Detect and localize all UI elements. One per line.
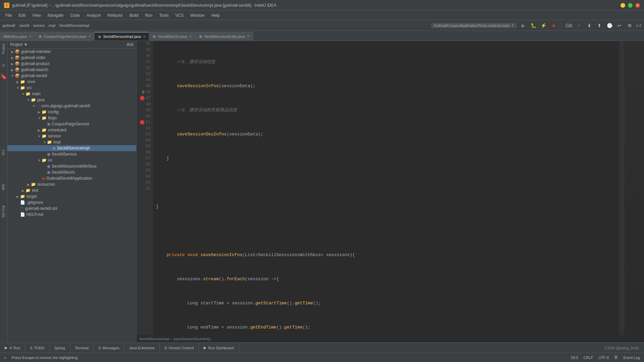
breadcrumb-seckillserviceimpl[interactable]: SeckillServiceImpl (59, 23, 89, 27)
tree-gulimall-member[interactable]: ▶ 📦 gulimall-member (7, 49, 136, 55)
close-tab-couponfeignservice[interactable]: ✕ (88, 35, 91, 38)
git-update-button[interactable]: ⬇ (586, 22, 593, 29)
tree-seckillservice[interactable]: ◉ SeckillService (7, 151, 136, 157)
tab-withskus[interactable]: WithSkus.java ✕ (0, 32, 35, 41)
git-push-button[interactable]: ⬆ (596, 22, 603, 29)
tree-config[interactable]: ▶ 📁 config (7, 109, 136, 115)
event-log[interactable]: Event Log (623, 356, 640, 360)
menu-code[interactable]: Code (67, 12, 83, 18)
separator (561, 23, 561, 28)
debug-button[interactable]: 🐛 (530, 22, 537, 29)
tree-mvn[interactable]: ▶ 📁 .mvn (7, 79, 136, 85)
tab-version-control[interactable]: 9: Version Control (160, 343, 199, 353)
tree-target[interactable]: ▶ 📁 target (7, 193, 136, 199)
tab-run[interactable]: ▶ 4: Run (0, 343, 25, 353)
tree-couponfeignservice[interactable]: ◉ CouponFeignService (7, 121, 136, 127)
folder-icon: 📁 (31, 98, 36, 102)
menu-vcs[interactable]: VCS (173, 12, 186, 18)
menu-edit[interactable]: Edit (16, 12, 28, 18)
git-icon-left[interactable]: Git (2, 149, 5, 155)
tree-resources[interactable]: ▶ 📁 resources (7, 181, 136, 187)
breadcrumb-gulimall[interactable]: gulimall (3, 23, 15, 27)
code-content[interactable]: //1、缓存活动信息 saveSessionInfos(sessionData)… (153, 41, 619, 335)
breadcrumb-impl[interactable]: impl (49, 23, 55, 27)
structure-icon[interactable]: ≡ (2, 63, 5, 69)
settings-button[interactable]: ⚙ (626, 22, 633, 29)
settings-icon[interactable]: ⚙ (126, 42, 130, 47)
breadcrumb-service[interactable]: service (33, 23, 45, 27)
menu-build[interactable]: Build (127, 12, 141, 18)
menu-analyze[interactable]: Analyze (84, 12, 104, 18)
tree-seckillsessionswithskus[interactable]: ◉ SeckillSessionsWithSkus (7, 163, 136, 169)
tab-seckillsessionentity[interactable]: ◉ SeckillSessionEntity.java ✕ (196, 32, 253, 41)
tab-messages[interactable]: 0: Messages (94, 343, 124, 353)
menu-navigate[interactable]: Navigate (45, 12, 66, 18)
tab-spring[interactable]: Spring (50, 343, 70, 353)
close-tab-seckillskuvo[interactable]: ✕ (189, 35, 192, 38)
web-icon[interactable]: Web (2, 184, 5, 190)
run-button[interactable]: ▶ (520, 22, 527, 29)
folder-icon: 📁 (20, 85, 25, 90)
bookmarks-icon[interactable]: 🔖 (0, 73, 7, 80)
run-config-dropdown[interactable]: GulimallCouponApplicationTests.contextLo… (431, 23, 517, 28)
tree-package[interactable]: ▼ ⬚ com.atguigu.gulimall.seckill (7, 103, 136, 109)
project-icon[interactable]: Project (2, 44, 5, 54)
tree-vo[interactable]: ▼ 📁 vo (7, 157, 136, 163)
tab-run-dashboard[interactable]: ▶ Run Dashboard (199, 343, 239, 353)
spring-icon-left[interactable]: Spring (2, 205, 5, 218)
close-tab-withskus[interactable]: ✕ (29, 35, 32, 38)
code-line-43 (156, 180, 616, 186)
undo-button[interactable]: ↩ (616, 22, 623, 29)
menu-window[interactable]: Window (187, 12, 207, 18)
menu-run[interactable]: Run (143, 12, 155, 18)
menu-tools[interactable]: Tools (157, 12, 171, 18)
tab-java-enterprise[interactable]: Java Enterprise (124, 343, 160, 353)
tree-helpmd[interactable]: 📄 HELP.md (7, 212, 136, 218)
stop-button[interactable]: ■ (550, 22, 557, 29)
tree-feign[interactable]: ▼ 📁 feign (7, 115, 136, 121)
tree-gitignore[interactable]: 📄 .gitignore (7, 199, 136, 205)
tree-seckillserviceimpl[interactable]: ◉ SeckillServiceImpl (7, 145, 136, 151)
sidebar-header: Project ▼ ⚙ ⊟ (7, 41, 136, 49)
tree-test[interactable]: ▶ 📁 test (7, 187, 136, 193)
tab-seckillserviceimpl[interactable]: ◉ SeckillServiceImpl.java ✕ (95, 32, 149, 41)
menu-view[interactable]: View (30, 12, 44, 18)
menu-help[interactable]: Help (209, 12, 222, 18)
collapse-icon[interactable]: ⊟ (130, 42, 133, 47)
tree-impl[interactable]: ▼ 📁 impl (7, 139, 136, 145)
tree-seckillskuvo[interactable]: ◉ SeckillSkuVo (7, 169, 136, 175)
status-message: Press Escape to remove the highlighting (12, 356, 78, 360)
code-editor[interactable]: 38 39 40 41 42 43 44 45 @ 46 ! 47 48 49 … (137, 41, 644, 335)
tab-couponfeignservice[interactable]: ◉ CouponFeignService.java ✕ (35, 32, 95, 41)
git-history-button[interactable]: 🕐 (606, 22, 613, 29)
tree-gulimall-seckill[interactable]: ▼ 📦 gulimall-seckill (7, 73, 136, 79)
run-with-coverage-button[interactable]: ⚡ (540, 22, 547, 29)
maximize-button[interactable]: □ (628, 3, 633, 8)
breadcrumb-seckill[interactable]: seckill (19, 23, 29, 27)
tree-scheduled[interactable]: ▶ 📁 scheduled (7, 127, 136, 133)
editor-area: 38 39 40 41 42 43 44 45 @ 46 ! 47 48 49 … (137, 41, 644, 343)
code-line-49: Long endTime = sesssion.getEndTime().get… (156, 324, 616, 330)
title-bar: I gulimall [F:\gulimall] – ...\gulimall-… (0, 0, 644, 11)
tree-gulimall-order[interactable]: ▶ 📦 gulimall-order (7, 55, 136, 61)
tab-todo[interactable]: 6: TODO (25, 343, 50, 353)
close-tab-seckillsessionentity[interactable]: ✕ (247, 35, 250, 38)
menu-file[interactable]: File (3, 12, 14, 18)
tree-service[interactable]: ▼ 📁 service (7, 133, 136, 139)
tab-terminal[interactable]: Terminal (70, 343, 94, 353)
menu-refactor[interactable]: Refactor (105, 12, 125, 18)
tree-main[interactable]: ▼ 📁 main (7, 91, 136, 97)
minimize-button[interactable]: ─ (621, 3, 625, 8)
close-button[interactable]: ✕ (635, 3, 640, 8)
tree-java[interactable]: ▼ 📁 java (7, 97, 136, 103)
close-tab-seckillserviceimpl[interactable]: ✕ (143, 35, 146, 39)
tab-seckillskuvo[interactable]: ◉ SeckillSkuVo.java ✕ (149, 32, 196, 41)
tree-iml[interactable]: ⬚ gulimall-seckill.iml (7, 205, 136, 212)
tree-gulimallseckillapplication[interactable]: ◉ GulimallSeckillApplication (7, 175, 136, 181)
breadcrumb-seckillserviceimpl-code: SeckillServiceImpl (139, 337, 169, 341)
checkmark-icon[interactable]: ✓ (576, 22, 583, 29)
tree-gulimall-search[interactable]: ▶ 📦 gulimall-search (7, 67, 136, 73)
tree-gulimall-product[interactable]: ▶ 📦 gulimall-product (7, 61, 136, 67)
module-icon: 📦 (15, 55, 20, 60)
tree-src[interactable]: ▼ 📁 src (7, 85, 136, 91)
